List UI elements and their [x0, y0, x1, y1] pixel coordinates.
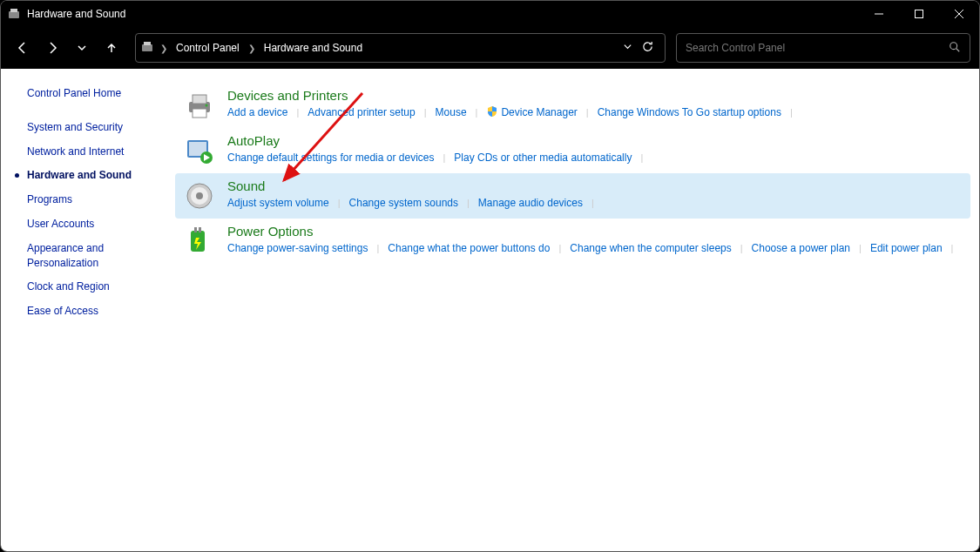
svg-rect-14 — [193, 109, 206, 118]
category-title[interactable]: AutoPlay — [227, 133, 970, 148]
minimize-button[interactable] — [859, 1, 899, 27]
breadcrumb-item[interactable]: Control Panel — [172, 40, 243, 56]
sidebar-item[interactable]: Control Panel Home — [27, 86, 175, 101]
sidebar-item[interactable]: Appearance and Personalization — [27, 241, 175, 271]
sidebar-item[interactable]: Programs — [27, 192, 175, 207]
category: SoundAdjust system volume|Change system … — [175, 173, 970, 219]
category-link[interactable]: Change Windows To Go startup options — [598, 104, 781, 121]
sound-icon — [180, 178, 219, 213]
link-separator: | — [467, 196, 470, 212]
category-link[interactable]: Advanced printer setup — [308, 104, 415, 121]
category-link[interactable]: Choose a power plan — [752, 240, 850, 257]
category-link[interactable]: Play CDs or other media automatically — [454, 150, 632, 166]
link-separator: | — [790, 105, 793, 121]
category-link[interactable]: Device Manager — [486, 104, 577, 121]
chevron-right-icon: ❯ — [248, 44, 255, 53]
svg-rect-6 — [142, 44, 152, 51]
category-link[interactable]: Change when the computer sleeps — [570, 240, 731, 257]
control-panel-icon — [141, 40, 155, 57]
search-input[interactable] — [686, 42, 949, 54]
link-separator: | — [951, 241, 954, 257]
svg-rect-0 — [9, 11, 19, 18]
svg-rect-23 — [191, 231, 205, 252]
category-title[interactable]: Devices and Printers — [227, 88, 970, 103]
maximize-button[interactable] — [899, 1, 939, 27]
svg-rect-7 — [144, 42, 151, 45]
svg-rect-24 — [194, 227, 197, 232]
toolbar: ❯ Control Panel ❯ Hardware and Sound — [1, 27, 979, 69]
chevron-right-icon: ❯ — [160, 44, 167, 53]
sidebar-item[interactable]: Network and Internet — [27, 145, 175, 159]
search-icon[interactable] — [949, 41, 961, 56]
category-title[interactable]: Power Options — [227, 224, 970, 239]
svg-point-8 — [950, 42, 957, 49]
svg-point-22 — [196, 192, 203, 199]
link-separator: | — [640, 151, 643, 166]
main-panel: Devices and PrintersAdd a device|Advance… — [175, 69, 979, 552]
address-bar[interactable]: ❯ Control Panel ❯ Hardware and Sound — [135, 33, 666, 63]
refresh-button[interactable] — [641, 40, 654, 56]
category-link[interactable]: Change what the power buttons do — [388, 240, 550, 257]
sidebar-item[interactable]: System and Security — [27, 120, 175, 135]
link-separator: | — [476, 105, 478, 121]
sidebar-item[interactable]: User Accounts — [27, 217, 175, 232]
category-link[interactable]: Add a device — [227, 104, 287, 121]
power-icon — [180, 224, 219, 259]
svg-line-9 — [956, 48, 960, 51]
sidebar: Control Panel HomeSystem and SecurityNet… — [1, 69, 175, 552]
link-separator: | — [338, 196, 341, 212]
content: Control Panel HomeSystem and SecurityNet… — [1, 69, 979, 552]
link-separator: | — [859, 241, 862, 257]
titlebar: Hardware and Sound — [1, 1, 979, 27]
shield-icon — [486, 105, 498, 118]
chevron-down-icon[interactable] — [623, 42, 632, 54]
category-link[interactable]: Adjust system volume — [227, 195, 329, 212]
category: Devices and PrintersAdd a device|Advance… — [175, 83, 970, 128]
app-icon — [8, 7, 22, 21]
svg-rect-25 — [199, 227, 201, 232]
forward-button[interactable] — [39, 35, 65, 61]
link-separator: | — [443, 151, 445, 166]
link-separator: | — [424, 105, 427, 121]
category: Power OptionsChange power-saving setting… — [175, 219, 970, 264]
search-bar[interactable] — [676, 33, 970, 63]
sidebar-item[interactable]: Clock and Region — [27, 279, 175, 294]
svg-rect-1 — [10, 9, 17, 12]
breadcrumb-item[interactable]: Hardware and Sound — [260, 40, 366, 56]
category-link[interactable]: Manage audio devices — [478, 195, 583, 212]
link-separator: | — [586, 105, 589, 121]
link-separator: | — [296, 105, 299, 121]
link-separator: | — [740, 241, 743, 257]
up-button[interactable] — [98, 35, 125, 61]
category-link[interactable]: Change system sounds — [349, 195, 458, 212]
svg-rect-3 — [916, 10, 923, 18]
sidebar-item[interactable]: Ease of Access — [27, 304, 175, 319]
sidebar-item[interactable]: Hardware and Sound — [27, 168, 175, 183]
category-link[interactable]: Change default settings for media or dev… — [227, 150, 434, 166]
close-button[interactable] — [939, 1, 979, 27]
printer-icon — [180, 88, 219, 123]
link-separator: | — [591, 196, 594, 212]
recent-locations-button[interactable] — [69, 35, 95, 61]
link-separator: | — [558, 241, 561, 257]
back-button[interactable] — [10, 35, 36, 61]
category-link[interactable]: Edit power plan — [870, 240, 943, 257]
svg-point-15 — [206, 104, 208, 107]
category-title[interactable]: Sound — [227, 178, 970, 193]
link-separator: | — [376, 241, 379, 257]
category-link[interactable]: Change power-saving settings — [227, 240, 368, 257]
autoplay-icon — [180, 133, 219, 168]
window-title: Hardware and Sound — [27, 8, 125, 20]
category: AutoPlayChange default settings for medi… — [175, 128, 970, 173]
category-link[interactable]: Mouse — [436, 104, 467, 121]
svg-rect-13 — [193, 95, 206, 104]
